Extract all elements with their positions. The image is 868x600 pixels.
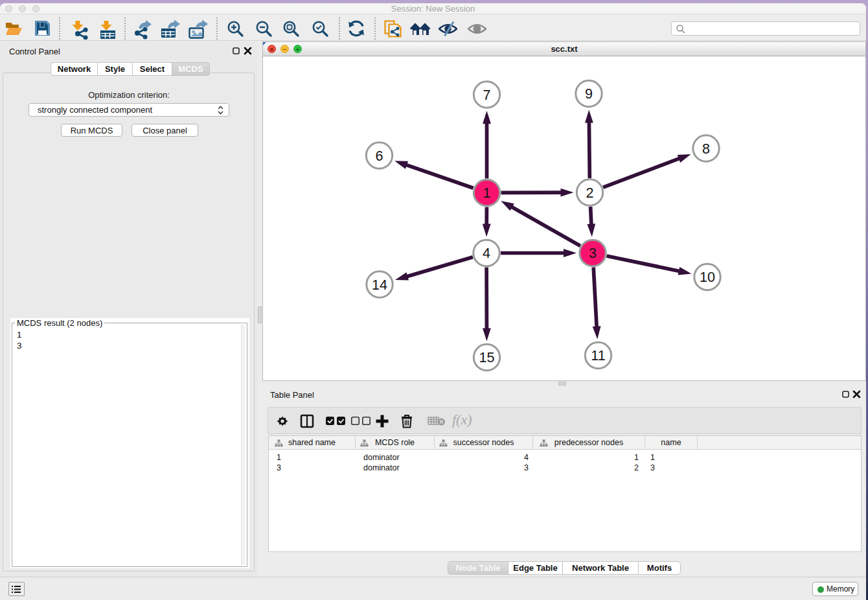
svg-text:15: 15 — [479, 350, 495, 365]
svg-text:11: 11 — [591, 348, 605, 363]
svg-text:3: 3 — [589, 246, 597, 261]
svg-text:2: 2 — [586, 185, 594, 201]
svg-text:10: 10 — [700, 270, 715, 285]
svg-text:4: 4 — [483, 246, 490, 261]
svg-text:9: 9 — [585, 86, 593, 102]
svg-text:14: 14 — [372, 277, 387, 293]
svg-text:7: 7 — [483, 87, 491, 103]
svg-text:1: 1 — [483, 185, 491, 201]
svg-text:6: 6 — [376, 148, 383, 164]
svg-text:8: 8 — [702, 141, 710, 157]
